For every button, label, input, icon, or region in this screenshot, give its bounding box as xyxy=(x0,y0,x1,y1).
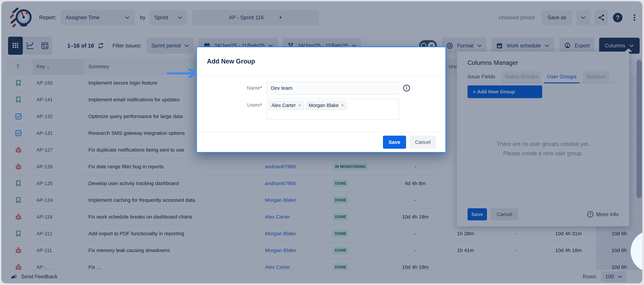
required-asterisk: * xyxy=(260,102,262,108)
name-label: Name* xyxy=(197,82,262,91)
users-multiselect[interactable]: Alex Carter × Morgan Blake × xyxy=(266,99,399,120)
user-chip: Alex Carter × xyxy=(268,101,304,110)
group-name-input[interactable] xyxy=(266,82,399,94)
app-window: Report: Assignee Time by Sprint AP - Spr… xyxy=(1,1,642,283)
remove-user-icon[interactable]: × xyxy=(341,102,344,108)
add-new-group-modal: Add New Group Name* Users* xyxy=(196,46,446,153)
modal-save-button[interactable]: Save xyxy=(383,136,406,149)
info-icon[interactable] xyxy=(403,84,410,92)
users-label: Users* xyxy=(197,99,262,108)
user-chip: Morgan Blake × xyxy=(306,101,347,110)
user-chip-label: Morgan Blake xyxy=(309,103,339,108)
remove-user-icon[interactable]: × xyxy=(298,102,301,108)
user-chip-label: Alex Carter xyxy=(272,103,296,108)
modal-title: Add New Group xyxy=(207,58,255,65)
annotation-arrow-icon xyxy=(167,68,200,79)
required-asterisk: * xyxy=(260,85,262,90)
modal-cancel-button[interactable]: Cancel xyxy=(410,136,436,149)
modal-header: Add New Group xyxy=(197,47,446,76)
modal-footer: Save Cancel xyxy=(197,132,446,152)
